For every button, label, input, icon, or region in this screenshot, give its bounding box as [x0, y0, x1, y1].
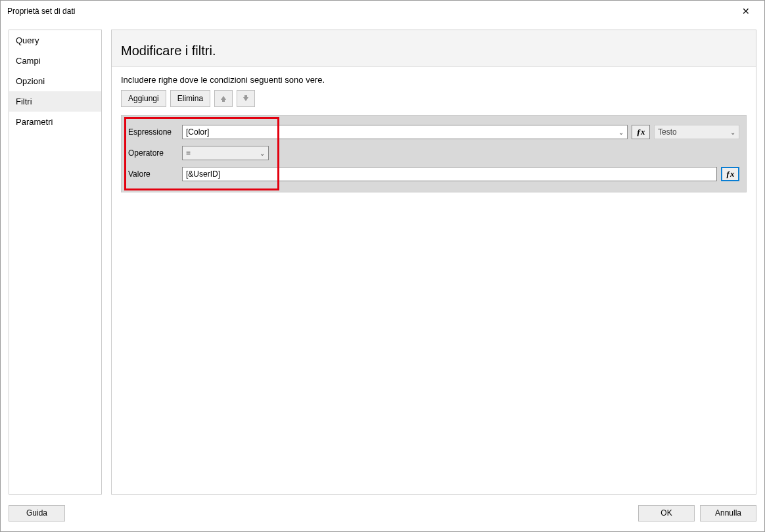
delete-button[interactable]: Elimina — [170, 90, 210, 107]
move-up-button[interactable] — [214, 90, 233, 107]
sidebar-item-fields[interactable]: Campi — [9, 51, 101, 71]
chevron-down-icon: ⌄ — [730, 129, 735, 136]
dialog-window: Proprietà set di dati ✕ Query Campi Opzi… — [0, 0, 765, 532]
expression-label: Espressione — [128, 127, 178, 137]
sidebar: Query Campi Opzioni Filtri Parametri — [9, 30, 102, 495]
page-title: Modificare i filtri. — [121, 43, 747, 58]
operator-row: = ⌄ — [182, 146, 739, 160]
chevron-down-icon: ⌄ — [260, 150, 265, 157]
close-icon: ✕ — [742, 6, 750, 16]
close-button[interactable]: ✕ — [733, 1, 759, 22]
content-area: Query Campi Opzioni Filtri Parametri Mod… — [1, 22, 764, 501]
sidebar-item-filters[interactable]: Filtri — [9, 91, 101, 112]
expression-value: [Color] — [186, 127, 209, 137]
arrow-down-icon — [242, 95, 250, 102]
help-button[interactable]: Guida — [9, 505, 65, 521]
expression-fx-button[interactable]: ƒx — [632, 125, 650, 139]
button-bar: Guida OK Annulla — [1, 501, 764, 531]
type-dropdown: Testo ⌄ — [654, 125, 739, 139]
value-fx-button[interactable]: ƒx — [721, 167, 739, 181]
type-value: Testo — [658, 127, 677, 137]
fx-icon: ƒx — [637, 127, 645, 137]
expression-dropdown[interactable]: [Color] ⌄ — [182, 125, 628, 139]
filter-row: Espressione [Color] ⌄ ƒx Testo ⌄ — [122, 116, 746, 192]
value-row: ƒx — [182, 167, 739, 181]
filter-definition-area: Espressione [Color] ⌄ ƒx Testo ⌄ — [121, 115, 747, 192]
filter-toolbar: Aggiungi Elimina — [112, 90, 756, 115]
value-label: Valore — [128, 169, 178, 179]
sidebar-item-options[interactable]: Opzioni — [9, 71, 101, 91]
sidebar-item-query[interactable]: Query — [9, 30, 101, 51]
window-title: Proprietà set di dati — [7, 7, 733, 16]
main-header: Modificare i filtri. — [112, 30, 756, 67]
ok-button[interactable]: OK — [638, 505, 695, 521]
empty-area — [112, 200, 756, 494]
titlebar: Proprietà set di dati ✕ — [1, 1, 764, 22]
fx-icon: ƒx — [726, 169, 735, 179]
cancel-button[interactable]: Annulla — [700, 505, 756, 521]
main-panel: Modificare i filtri. Includere righe dov… — [111, 30, 756, 495]
value-input[interactable] — [182, 167, 717, 181]
arrow-up-icon — [220, 95, 227, 102]
operator-label: Operatore — [128, 148, 178, 158]
add-button[interactable]: Aggiungi — [121, 90, 166, 107]
sidebar-item-parameters[interactable]: Parametri — [9, 112, 101, 132]
move-down-button[interactable] — [237, 90, 255, 107]
operator-value: = — [186, 148, 191, 158]
expression-row: [Color] ⌄ ƒx Testo ⌄ — [182, 125, 739, 139]
chevron-down-icon: ⌄ — [618, 129, 624, 136]
operator-dropdown[interactable]: = ⌄ — [182, 146, 269, 160]
instructions-text: Includere righe dove le condizioni segue… — [112, 67, 756, 90]
